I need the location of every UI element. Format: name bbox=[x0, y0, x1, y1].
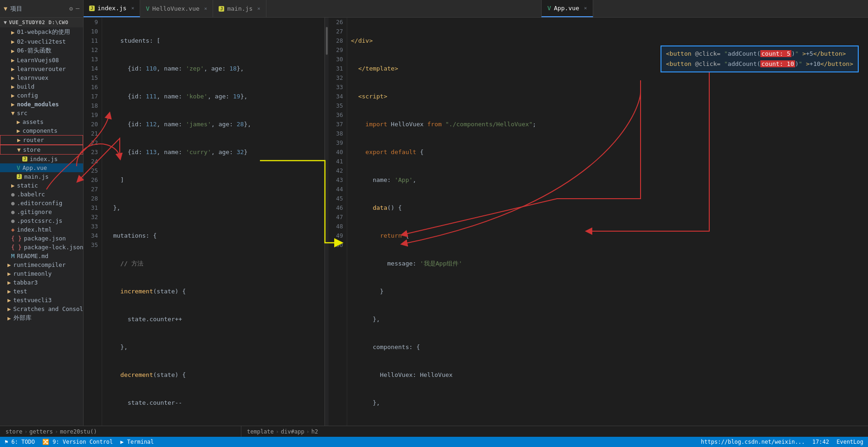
item-label: 外部库 bbox=[13, 314, 32, 322]
sidebar-item-editorconfig[interactable]: ● .editorconfig bbox=[0, 199, 83, 207]
tab-close-icon[interactable]: × bbox=[584, 5, 587, 11]
status-bar: ⚑ 6: TODO 🔀 9: Version Control ▶ Termina… bbox=[0, 437, 868, 447]
sidebar-item-src[interactable]: ▼ src bbox=[0, 109, 83, 117]
sidebar-item-index-js[interactable]: J index.js bbox=[0, 155, 83, 163]
tab-index-js[interactable]: J index.js × bbox=[84, 0, 140, 17]
sidebar-item-scratches[interactable]: ▶ Scratches and Consoles bbox=[0, 304, 83, 313]
item-label: 06-箭头函数 bbox=[17, 47, 52, 55]
sidebar-item-package-json[interactable]: { } package.json bbox=[0, 234, 83, 243]
settings-icon[interactable]: ⚙ bbox=[69, 5, 73, 12]
sidebar-item-static[interactable]: ▶ static bbox=[0, 181, 83, 190]
left-code-area[interactable]: students: [ {id: 110, name: 'zep', age: … bbox=[102, 18, 324, 426]
folder-icon: ▶ bbox=[11, 47, 15, 54]
code-line: message: '我是App组件' bbox=[351, 259, 868, 268]
code-line: data() { bbox=[351, 203, 868, 213]
code-line: state.counter-- bbox=[106, 398, 324, 408]
item-label: static bbox=[17, 182, 38, 189]
item-label: runtimecompiler bbox=[13, 261, 66, 268]
right-code-area[interactable]: </div> </template> <script> import Hello… bbox=[347, 18, 868, 426]
file-icon: ● bbox=[11, 217, 15, 224]
item-label: .babelrc bbox=[17, 191, 45, 198]
file-js-icon: J bbox=[17, 174, 22, 179]
breadcrumb-divapp: div#app bbox=[281, 428, 304, 435]
sidebar-item-router[interactable]: ▶ router bbox=[0, 135, 83, 145]
file-js-icon: J bbox=[22, 156, 27, 162]
sidebar-item-external[interactable]: ▶ 外部库 bbox=[0, 313, 83, 323]
sidebar-item-vuecli2test[interactable]: ▶ 02-vuecli2test bbox=[0, 37, 83, 46]
item-label: config bbox=[17, 92, 38, 99]
sidebar-item-arrow[interactable]: ▶ 06-箭头函数 bbox=[0, 46, 83, 56]
sidebar-item-learnvuerouter[interactable]: ▶ learnvuerouter bbox=[0, 65, 83, 73]
tab-hello-vuex[interactable]: V HelloVuex.vue × bbox=[140, 0, 213, 17]
sidebar-item-babelrc[interactable]: ● .babelrc bbox=[0, 190, 83, 199]
json-icon: { } bbox=[11, 244, 22, 251]
tab-label: index.js bbox=[97, 5, 127, 12]
folder-icon: ▶ bbox=[11, 57, 15, 64]
sidebar-item-runtimecompiler[interactable]: ▶ runtimecompiler bbox=[0, 260, 83, 269]
folder-icon: ▶ bbox=[7, 315, 11, 322]
sidebar-item-tabbar3[interactable]: ▶ tabbar3 bbox=[0, 278, 83, 287]
status-eventlog[interactable]: EventLog bbox=[836, 439, 863, 445]
folder-icon: ▶ bbox=[17, 127, 20, 134]
minus-icon[interactable]: ─ bbox=[76, 5, 79, 12]
item-label: assets bbox=[23, 118, 44, 125]
md-icon: M bbox=[11, 253, 15, 259]
right-editor-content[interactable]: 2627282930 3132333435 3637383940 4142434… bbox=[329, 18, 868, 426]
tab-close-icon[interactable]: × bbox=[257, 6, 260, 12]
sidebar-item-index-html[interactable]: ◈ index.html bbox=[0, 225, 83, 234]
sidebar-item-readme[interactable]: M README.md bbox=[0, 252, 83, 260]
breadcrumb-store: store bbox=[6, 428, 22, 435]
sidebar-item-gitignore[interactable]: ● .gitignore bbox=[0, 207, 83, 216]
tab-close-icon[interactable]: × bbox=[204, 6, 207, 12]
sidebar-item-node-modules[interactable]: ▶ node_modules bbox=[0, 100, 83, 109]
sidebar-item-components[interactable]: ▶ components bbox=[0, 126, 83, 135]
status-vcs[interactable]: 🔀 9: Version Control bbox=[42, 439, 113, 445]
code-line: students: [ bbox=[106, 36, 324, 45]
tab-vue-icon: V bbox=[547, 5, 551, 12]
right-breadcrumb: template › div#app › h2 bbox=[241, 426, 868, 437]
code-line: } bbox=[351, 287, 868, 296]
sidebar-item-learnvuejs08[interactable]: ▶ LearnVuejs08 bbox=[0, 56, 83, 65]
status-todo[interactable]: ⚑ 6: TODO bbox=[5, 439, 35, 445]
code-line: name: 'App', bbox=[351, 175, 868, 185]
sidebar-item-app-vue[interactable]: V App.vue bbox=[0, 163, 83, 172]
right-editor: 2627282930 3132333435 3637383940 4142434… bbox=[329, 18, 868, 426]
left-line-numbers: 910111213 1415161718 1920212223 24252627… bbox=[84, 18, 102, 426]
item-label: Scratches and Consoles bbox=[13, 305, 83, 312]
breadcrumb-h2: h2 bbox=[311, 428, 318, 435]
sidebar-item-build[interactable]: ▶ build bbox=[0, 82, 83, 91]
left-editor-content[interactable]: 910111213 1415161718 1920212223 24252627… bbox=[84, 18, 324, 426]
html-icon: ◈ bbox=[11, 226, 15, 233]
sidebar-item-config[interactable]: ▶ config bbox=[0, 91, 83, 100]
item-label: testvuecli3 bbox=[13, 297, 52, 304]
sidebar-item-runtimeonly[interactable]: ▶ runtimeonly bbox=[0, 269, 83, 278]
folder-icon: ▶ bbox=[7, 305, 11, 312]
item-label: store bbox=[23, 146, 41, 153]
sidebar-item-assets[interactable]: ▶ assets bbox=[0, 117, 83, 126]
status-time: 17:42 bbox=[812, 439, 829, 445]
sidebar-item-learnvuex[interactable]: ▶ learnvuex bbox=[0, 73, 83, 82]
sidebar-item-webpack[interactable]: ▶ 01-webpack的使用 bbox=[0, 27, 83, 37]
folder-icon: ▶ bbox=[17, 136, 21, 143]
tab-main-js[interactable]: J main.js × bbox=[213, 0, 266, 17]
code-line: decrement(state) { bbox=[106, 370, 324, 380]
right-line-numbers: 2627282930 3132333435 3637383940 4142434… bbox=[329, 18, 347, 426]
sidebar-item-package-lock[interactable]: { } package-lock.json bbox=[0, 243, 83, 252]
sidebar-item-testvuecli3[interactable]: ▶ testvuecli3 bbox=[0, 296, 83, 304]
code-line: components: { bbox=[351, 343, 868, 352]
status-terminal[interactable]: ▶ Terminal bbox=[120, 439, 154, 445]
callout-line2: <button @click= "addCount(count: 10)" >+… bbox=[666, 59, 853, 69]
tab-app-vue[interactable]: V App.vue × bbox=[541, 0, 593, 17]
main-area: ▼ Vue_Study02 D:\CWo ▶ 01-webpack的使用 ▶ 0… bbox=[0, 18, 868, 426]
tab-close-icon[interactable]: × bbox=[131, 5, 135, 11]
breadcrumb-sep: › bbox=[306, 428, 310, 435]
item-label: learnvuerouter bbox=[17, 65, 66, 72]
top-bar: ▼ 项目 ⚙ ─ J index.js × V HelloVuex.vue × … bbox=[0, 0, 868, 18]
sidebar-item-test[interactable]: ▶ test bbox=[0, 287, 83, 296]
folder-icon: ▶ bbox=[7, 279, 11, 286]
code-line: // 方法 bbox=[106, 259, 324, 268]
project-title: 项目 bbox=[10, 5, 22, 13]
sidebar-item-main-js[interactable]: J main.js bbox=[0, 172, 83, 181]
sidebar-item-store[interactable]: ▼ store bbox=[0, 145, 83, 155]
sidebar-item-postcssrc[interactable]: ● .postcssrc.js bbox=[0, 216, 83, 225]
